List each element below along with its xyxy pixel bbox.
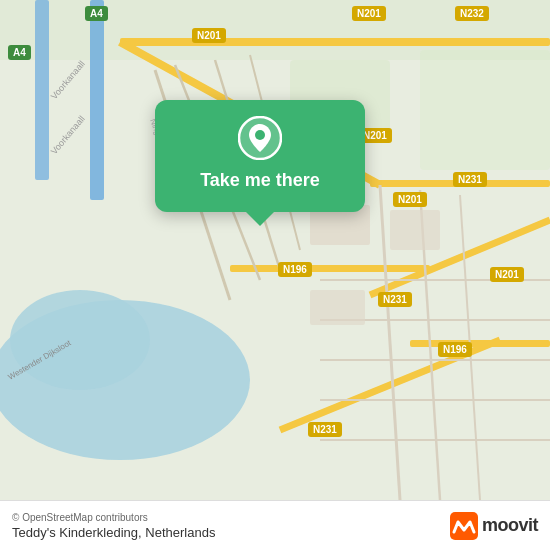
moovit-logo: moovit <box>450 512 538 540</box>
footer-bar: © OpenStreetMap contributors Teddy's Kin… <box>0 500 550 550</box>
road-label-a4-top: A4 <box>85 6 108 21</box>
road-label-n231-right: N231 <box>453 172 487 187</box>
svg-rect-38 <box>450 512 478 540</box>
svg-point-2 <box>10 290 150 390</box>
road-label-n232: N232 <box>455 6 489 21</box>
road-label-n231-lower: N231 <box>308 422 342 437</box>
map-container: Voorkanaall Voorkanaall Westender Dijksl… <box>0 0 550 500</box>
svg-rect-4 <box>120 38 550 46</box>
take-me-there-button[interactable]: Take me there <box>200 170 320 192</box>
svg-rect-27 <box>310 290 365 325</box>
footer-left: © OpenStreetMap contributors Teddy's Kin… <box>12 512 215 540</box>
road-label-a4-left: A4 <box>8 45 31 60</box>
svg-point-37 <box>255 130 265 140</box>
moovit-brand-icon <box>450 512 478 540</box>
location-text: Teddy's Kinderkleding, Netherlands <box>12 525 215 540</box>
road-label-n201-top: N201 <box>192 28 226 43</box>
road-label-n231-mid: N231 <box>378 292 412 307</box>
road-label-n201-lower-right: N201 <box>490 267 524 282</box>
road-label-n196-mid: N196 <box>278 262 312 277</box>
moovit-text: moovit <box>482 515 538 536</box>
map-popup: Take me there <box>155 100 365 212</box>
location-pin-icon <box>238 116 282 160</box>
copyright-text: © OpenStreetMap contributors <box>12 512 215 523</box>
svg-rect-12 <box>35 0 49 180</box>
road-label-n201-top-right: N201 <box>352 6 386 21</box>
road-label-n196-lower: N196 <box>438 342 472 357</box>
svg-rect-26 <box>390 210 440 250</box>
map-background: Voorkanaall Voorkanaall Westender Dijksl… <box>0 0 550 500</box>
road-label-n201-mid: N201 <box>393 192 427 207</box>
svg-rect-11 <box>90 0 104 200</box>
svg-rect-9 <box>230 265 430 272</box>
svg-rect-29 <box>420 50 550 170</box>
